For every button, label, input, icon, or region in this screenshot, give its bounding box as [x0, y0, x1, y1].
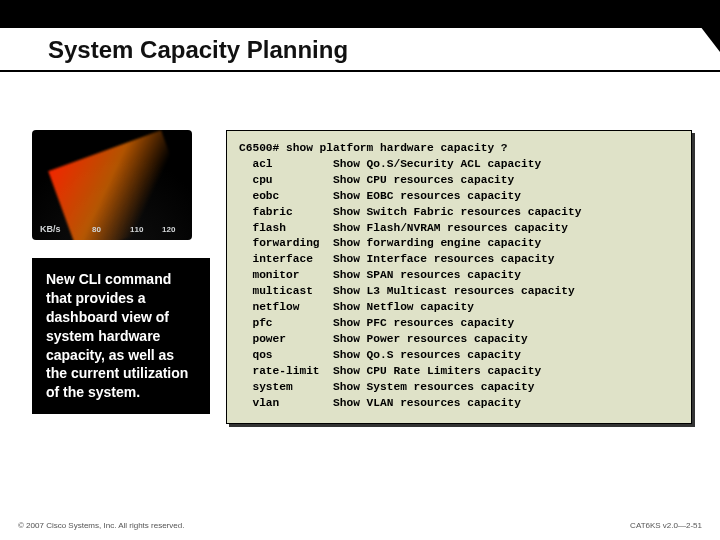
cli-output-panel: C6500# show platform hardware capacity ?…: [226, 130, 692, 424]
page-title: System Capacity Planning: [48, 36, 720, 64]
footer-page-ref: CAT6KS v2.0—2-51: [630, 521, 702, 530]
slide: System Capacity Planning KB/s 80 110 120…: [0, 0, 720, 540]
gauge-flare: [48, 130, 192, 240]
left-column: KB/s 80 110 120 New CLI command that pro…: [32, 130, 212, 414]
caption-box: New CLI command that provides a dashboar…: [32, 258, 210, 414]
footer: © 2007 Cisco Systems, Inc. All rights re…: [0, 521, 720, 530]
gauge-tick: 120: [162, 225, 175, 234]
footer-copyright: © 2007 Cisco Systems, Inc. All rights re…: [18, 521, 184, 530]
top-bar: [0, 0, 720, 28]
gauge-unit-label: KB/s: [40, 224, 61, 234]
title-area: System Capacity Planning: [0, 28, 720, 72]
gauge-tick: 80: [92, 225, 101, 234]
caption-text: New CLI command that provides a dashboar…: [46, 271, 188, 400]
corner-notch: [680, 0, 720, 52]
speedometer-graphic: KB/s 80 110 120: [32, 130, 192, 240]
gauge-tick: 110: [130, 225, 143, 234]
